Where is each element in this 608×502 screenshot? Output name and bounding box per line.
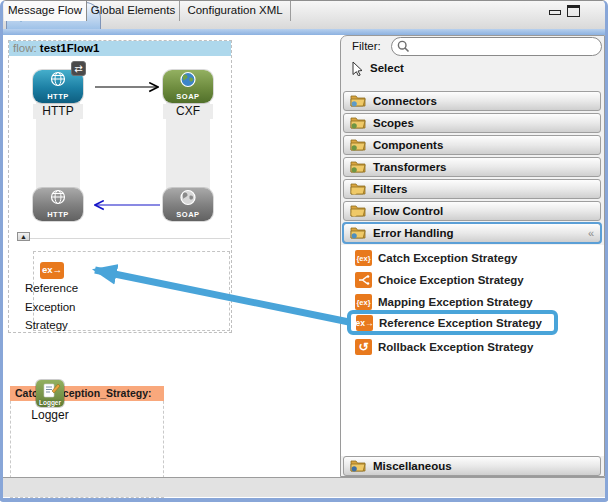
mule-studio-window: *test1 × flow: test1Flow1 HTTP ⇄ HTTP xyxy=(0,0,608,502)
logger-icon-text: Logger xyxy=(36,399,64,406)
palette-drawer-components[interactable]: Components xyxy=(343,135,601,155)
mapping-exception-icon: {ex} xyxy=(355,294,372,310)
earth-icon xyxy=(180,189,197,206)
soap-icon-text: SOAP xyxy=(163,91,213,103)
reference-exception-node[interactable]: ex→ xyxy=(40,262,64,279)
folder-icon xyxy=(350,161,366,173)
palette-drawer-miscellaneous[interactable]: Miscellaneous xyxy=(343,456,601,476)
palette-item-label: Rollback Exception Strategy xyxy=(378,341,533,353)
search-input[interactable] xyxy=(410,39,601,54)
select-label: Select xyxy=(370,62,404,74)
two-way-exchange-icon: ⇄ xyxy=(71,61,86,76)
view-tab-bar xyxy=(3,477,605,497)
palette-item-label: Reference Exception Strategy xyxy=(379,317,542,329)
palette-drawer-flow-control[interactable]: Flow Control xyxy=(343,201,601,221)
choice-exception-icon xyxy=(355,272,372,288)
search-icon xyxy=(397,40,410,53)
reference-exception-label: Reference Exception Strategy xyxy=(25,279,78,335)
palette-item-reference-exception[interactable]: ex→ Reference Exception Strategy xyxy=(356,314,542,332)
folder-icon xyxy=(350,139,366,151)
tab-configuration-xml[interactable]: Configuration XML xyxy=(180,1,291,21)
flow-header: flow: test1Flow1 xyxy=(9,41,231,56)
folder-icon xyxy=(350,183,366,195)
palette-drawer-filters[interactable]: Filters xyxy=(343,179,601,199)
http-icon-text: HTTP xyxy=(33,91,83,103)
http-response-icon-text: HTTP xyxy=(33,209,83,221)
palette-item-choice-exception[interactable]: Choice Exception Strategy xyxy=(355,271,524,289)
palette-drawer-connectors[interactable]: Connectors xyxy=(343,91,601,111)
drawer-label: Flow Control xyxy=(373,205,594,217)
minimize-view-icon[interactable] xyxy=(549,10,561,15)
label-line: Strategy xyxy=(25,316,78,335)
logger-node-label: Logger xyxy=(20,408,80,422)
folder-accent xyxy=(352,211,357,216)
maximize-view-icon[interactable] xyxy=(567,5,580,17)
drawer-label: Connectors xyxy=(373,95,594,107)
palette-item-catch-exception[interactable]: {ex} Catch Exception Strategy xyxy=(355,249,517,267)
drawer-label: Scopes xyxy=(373,117,594,129)
open-folder-icon xyxy=(350,227,366,239)
tab-global-elements[interactable]: Global Elements xyxy=(87,1,180,21)
drawer-label: Filters xyxy=(373,183,594,195)
drawer-label: Miscellaneous xyxy=(373,460,594,472)
folder-icon xyxy=(350,95,366,107)
filter-label: Filter: xyxy=(352,40,381,52)
reference-exception-icon: ex→ xyxy=(356,315,373,331)
soap-response-node[interactable]: SOAP xyxy=(163,188,213,221)
pin-drawer-icon[interactable]: « xyxy=(588,227,594,239)
flow-header-name: test1Flow1 xyxy=(40,42,99,54)
catch-exception-icon: {ex} xyxy=(355,250,372,266)
palette-drawer-transformers[interactable]: Transformers xyxy=(343,157,601,177)
palette-item-label: Catch Exception Strategy xyxy=(378,252,517,264)
palette-drawer-scopes[interactable]: Scopes xyxy=(343,113,601,133)
palette-item-label: Choice Exception Strategy xyxy=(378,274,524,286)
cxf-node-label: CXF xyxy=(163,104,213,119)
flow-editor-canvas[interactable]: flow: test1Flow1 HTTP ⇄ HTTP SOAP xyxy=(3,35,340,477)
drawer-label: Error Handling xyxy=(373,227,581,239)
exception-separator-line xyxy=(18,238,230,239)
collapse-exception-button[interactable]: ▲ xyxy=(17,232,30,241)
http-response-node[interactable]: HTTP xyxy=(33,188,83,221)
drawer-label: Components xyxy=(373,139,594,151)
label-line: Reference xyxy=(25,279,78,298)
folder-icon xyxy=(350,205,366,217)
drawer-label: Transformers xyxy=(373,161,594,173)
soap-cxf-node[interactable]: SOAP xyxy=(163,70,213,103)
folder-accent xyxy=(352,466,357,471)
catch-exception-header: Catch_Exception_Strategy: xyxy=(10,386,164,401)
flow-header-prefix: flow: xyxy=(13,42,37,54)
folder-accent xyxy=(352,233,357,238)
palette-item-label: Mapping Exception Strategy xyxy=(378,296,533,308)
palette-search-box[interactable] xyxy=(391,37,602,56)
earth-icon xyxy=(180,71,197,88)
label-line: Exception xyxy=(25,298,78,317)
palette-item-rollback-exception[interactable]: ↺ Rollback Exception Strategy xyxy=(355,338,533,356)
rollback-exception-icon: ↺ xyxy=(355,339,372,355)
folder-accent xyxy=(352,189,357,194)
http-node-label: HTTP xyxy=(33,104,83,119)
soap-response-icon-text: SOAP xyxy=(163,209,213,221)
folder-accent xyxy=(352,101,357,106)
folder-icon xyxy=(350,460,366,472)
folder-accent xyxy=(352,145,357,150)
tab-message-flow[interactable]: Message Flow xyxy=(4,1,87,21)
folder-icon xyxy=(350,117,366,129)
globe-icon xyxy=(50,71,66,87)
cursor-arrow-icon xyxy=(352,61,364,76)
palette-select-tool[interactable]: Select xyxy=(352,58,472,78)
folder-accent xyxy=(352,123,357,128)
palette-item-mapping-exception[interactable]: {ex} Mapping Exception Strategy xyxy=(355,293,533,311)
folder-accent xyxy=(352,167,357,172)
logger-node[interactable]: Logger xyxy=(36,380,64,407)
logger-doc-icon xyxy=(36,381,64,401)
globe-icon xyxy=(50,189,66,205)
palette-drawer-error-handling[interactable]: Error Handling « xyxy=(343,223,601,243)
